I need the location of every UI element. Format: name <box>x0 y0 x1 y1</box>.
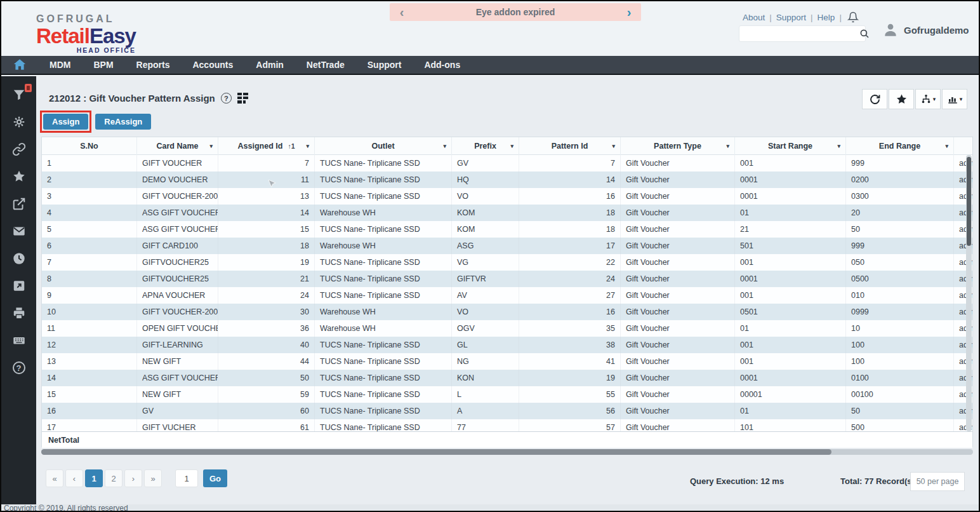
global-search <box>739 25 866 42</box>
cell: 500 <box>846 419 954 431</box>
nav-item-reports[interactable]: Reports <box>136 60 170 70</box>
column-filter-caret-icon[interactable]: ▾ <box>443 143 446 149</box>
pagination-page-2[interactable]: 2 <box>105 469 122 487</box>
table-row[interactable]: 14ASG GIFT VOUCHER50TUCS Nane- Triplican… <box>42 370 972 386</box>
banner-prev-icon[interactable]: ‹ <box>394 3 410 21</box>
help-link[interactable]: Help <box>818 13 835 22</box>
table-row[interactable]: 13NEW GIFT44TUCS Nane- Triplicane SSDNG4… <box>42 353 972 370</box>
help-icon[interactable]: ? <box>12 361 26 375</box>
table-row[interactable]: 12GIFT-LEARNING40TUCS Nane- Triplicane S… <box>42 337 972 353</box>
keyboard-icon[interactable] <box>12 333 26 347</box>
nav-item-accounts[interactable]: Accounts <box>192 60 233 70</box>
column-filter-caret-icon[interactable]: ▾ <box>837 143 840 149</box>
cell: GV <box>452 155 519 172</box>
column-header-extra <box>954 137 974 155</box>
title-grid-icon[interactable] <box>237 93 248 104</box>
table-row[interactable]: 6GIFT CARD10018Warehouse WHASG17Gift Vou… <box>42 238 972 254</box>
cell: 24 <box>218 287 315 304</box>
table-row[interactable]: 10GIFT VOUCHER-20030Warehouse WHVO16Gift… <box>42 304 972 320</box>
table-row[interactable]: 7GIFTVOUCHER2519TUCS Nane- Triplicane SS… <box>42 254 972 271</box>
support-link[interactable]: Support <box>776 13 806 22</box>
user-menu[interactable]: Gofrugaldemo <box>882 22 969 38</box>
cell: GIFTVOUCHER25 <box>137 271 218 287</box>
cell: 61 <box>218 419 315 431</box>
column-filter-caret-icon[interactable]: ▾ <box>510 143 513 149</box>
column-header-start-range[interactable]: Start Range▾ <box>735 137 846 155</box>
favorites-star-icon[interactable] <box>12 170 26 184</box>
cell: 001 <box>735 254 846 271</box>
table-row[interactable]: 3GIFT VOUCHER-20013TUCS Nane- Triplicane… <box>42 188 972 205</box>
nav-item-bpm[interactable]: BPM <box>93 60 113 70</box>
per-page-select[interactable]: 50 per page <box>910 472 965 491</box>
cell: 001 <box>735 353 846 370</box>
horizontal-scrollbar[interactable] <box>41 449 973 455</box>
table-row[interactable]: 9APNA VOUCHER24TUCS Nane- Triplicane SSD… <box>42 287 972 304</box>
about-link[interactable]: About <box>743 13 765 22</box>
pagination-first-button[interactable]: « <box>46 469 63 487</box>
table-row[interactable]: 1GIFT VOUCHER7TUCS Nane- Triplicane SSDG… <box>42 155 972 172</box>
export-chart-dropdown-button[interactable]: ▾ <box>942 89 967 109</box>
title-help-icon[interactable]: ? <box>221 93 232 104</box>
nav-item-admin[interactable]: Admin <box>256 60 284 70</box>
reassign-button[interactable]: ReAssign <box>95 114 151 130</box>
vertical-scrollbar[interactable] <box>966 155 972 431</box>
vertical-scrollbar-thumb[interactable] <box>967 157 971 246</box>
table-row[interactable]: 2DEMO VOUCHER11TUCS Nane- Triplicane SSD… <box>42 172 972 188</box>
link-icon[interactable] <box>12 142 26 156</box>
nav-item-addons[interactable]: Add-ons <box>424 60 460 70</box>
table-row[interactable]: 15NEW GIFT59TUCS Nane- Triplicane SSDL55… <box>42 386 972 403</box>
image-export-icon[interactable] <box>12 279 26 293</box>
nav-item-nettrade[interactable]: NetTrade <box>307 60 345 70</box>
banner-next-icon[interactable]: › <box>621 3 637 21</box>
table-row[interactable]: 17GIFT VUCHER61TUCS Nane- Triplicane SSD… <box>42 419 972 431</box>
nav-item-mdm[interactable]: MDM <box>50 60 70 70</box>
column-header-end-range[interactable]: End Range▾ <box>846 137 954 155</box>
cell: GIFTVR <box>452 271 519 287</box>
assign-button[interactable]: Assign <box>43 114 88 130</box>
table-row[interactable]: 16GV60TUCS Nane- Triplicane SSDA56Gift V… <box>42 403 972 419</box>
column-filter-caret-icon[interactable]: ▾ <box>726 143 729 149</box>
pagination-page-1[interactable]: 1 <box>85 469 103 487</box>
search-input[interactable] <box>739 26 859 41</box>
goto-page-input[interactable] <box>175 469 198 487</box>
column-header-assigned-id[interactable]: Assigned Id↑1▾ <box>218 137 315 155</box>
refresh-button[interactable] <box>862 89 887 109</box>
column-filter-caret-icon[interactable]: ▾ <box>945 143 948 149</box>
table-row[interactable]: 8GIFTVOUCHER2521TUCS Nane- Triplicane SS… <box>42 271 972 287</box>
cell: 8 <box>42 271 137 287</box>
column-header-prefix[interactable]: Prefix▾ <box>452 137 519 155</box>
hierarchy-dropdown-button[interactable]: ▾ <box>915 89 941 109</box>
cell: ASG GIFT VOUCHER <box>137 205 218 221</box>
nav-item-support[interactable]: Support <box>368 60 402 70</box>
home-icon[interactable] <box>13 58 27 72</box>
search-icon[interactable] <box>859 28 870 39</box>
cell: 9 <box>42 287 137 304</box>
clock-icon[interactable] <box>12 252 26 266</box>
external-link-icon[interactable] <box>12 197 26 211</box>
cell: Warehouse WH <box>315 205 452 221</box>
cell: ASG GIFT VOUCHER <box>137 221 218 238</box>
table-row[interactable]: 11OPEN GIFT VOUCHER36Warehouse WHOGV35Gi… <box>42 320 972 337</box>
horizontal-scrollbar-thumb[interactable] <box>41 449 831 455</box>
cell: 0200 <box>846 172 954 188</box>
filter-icon[interactable] <box>12 88 26 102</box>
column-filter-caret-icon[interactable]: ▾ <box>612 143 615 149</box>
table-row[interactable]: 4ASG GIFT VOUCHER14Warehouse WHKOM18Gift… <box>42 205 972 221</box>
go-button[interactable]: Go <box>203 469 227 487</box>
column-header-pattern-type[interactable]: Pattern Type▾ <box>621 137 735 155</box>
notification-bell-icon[interactable] <box>847 11 859 23</box>
pagination-prev-button[interactable]: ‹ <box>65 469 83 487</box>
column-header-pattern-id[interactable]: Pattern Id▾ <box>519 137 621 155</box>
table-row[interactable]: 5ASG GIFT VOUCHER15TUCS Nane- Triplicane… <box>42 221 972 238</box>
printer-icon[interactable] <box>12 306 26 320</box>
pagination-next-button[interactable]: › <box>124 469 142 487</box>
settings-gear-icon[interactable] <box>12 115 26 129</box>
column-header-outlet[interactable]: Outlet▾ <box>315 137 452 155</box>
pagination-last-button[interactable]: » <box>144 469 162 487</box>
column-header-card-name[interactable]: Card Name▾ <box>137 137 218 155</box>
mail-icon[interactable] <box>12 224 26 238</box>
cell: 17 <box>519 238 621 254</box>
column-filter-caret-icon[interactable]: ▾ <box>209 143 213 149</box>
column-filter-caret-icon[interactable]: ▾ <box>306 143 309 149</box>
favorite-star-button[interactable] <box>889 89 914 109</box>
